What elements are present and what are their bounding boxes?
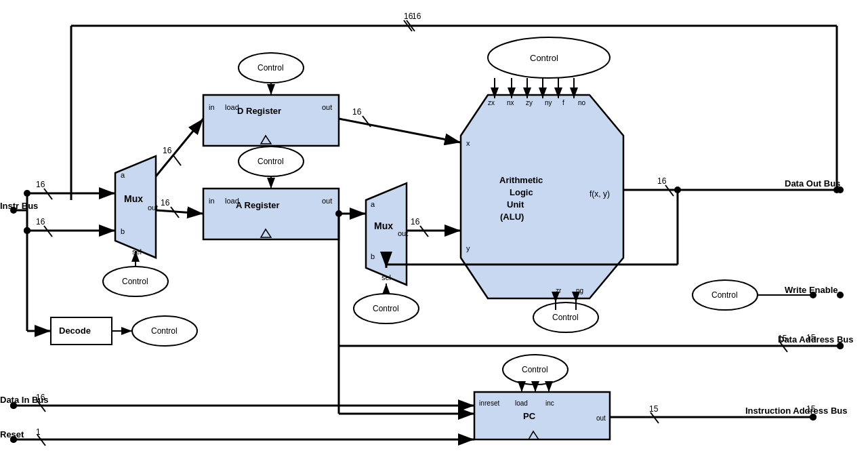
svg-text:16: 16 bbox=[404, 12, 413, 21]
svg-text:16: 16 bbox=[657, 176, 667, 186]
svg-text:16: 16 bbox=[163, 146, 172, 155]
svg-text:D Register: D Register bbox=[237, 106, 281, 116]
svg-text:a: a bbox=[121, 171, 125, 179]
svg-text:Data In Bus: Data In Bus bbox=[0, 395, 49, 405]
svg-text:Instr Bus: Instr Bus bbox=[0, 201, 38, 211]
svg-text:sel: sel bbox=[381, 273, 391, 281]
svg-text:f(x, y): f(x, y) bbox=[590, 189, 610, 199]
svg-text:load: load bbox=[225, 197, 239, 205]
svg-text:16: 16 bbox=[161, 198, 170, 208]
svg-text:Control: Control bbox=[257, 157, 284, 166]
svg-text:x: x bbox=[466, 139, 470, 147]
svg-line-91 bbox=[339, 119, 461, 142]
svg-text:15: 15 bbox=[806, 404, 816, 414]
svg-text:Control: Control bbox=[522, 365, 548, 374]
svg-text:in: in bbox=[209, 197, 215, 205]
svg-text:ny: ny bbox=[545, 99, 552, 106]
svg-text:Control: Control bbox=[711, 290, 738, 300]
svg-line-85 bbox=[156, 210, 203, 214]
svg-text:ng: ng bbox=[576, 287, 583, 294]
svg-text:zr: zr bbox=[556, 287, 562, 294]
svg-line-92 bbox=[363, 116, 371, 127]
svg-text:sel: sel bbox=[132, 248, 142, 256]
svg-text:reset: reset bbox=[484, 399, 499, 407]
svg-text:out: out bbox=[322, 103, 332, 111]
svg-text:Reset: Reset bbox=[0, 429, 24, 439]
svg-text:Control: Control bbox=[122, 277, 148, 286]
svg-text:1: 1 bbox=[36, 427, 41, 437]
svg-text:in: in bbox=[479, 399, 484, 407]
svg-text:16: 16 bbox=[36, 180, 45, 189]
svg-text:Logic: Logic bbox=[510, 187, 533, 197]
svg-text:Control: Control bbox=[373, 304, 399, 313]
svg-text:(ALU): (ALU) bbox=[500, 212, 524, 222]
svg-text:out: out bbox=[322, 197, 332, 205]
svg-text:out: out bbox=[596, 414, 606, 422]
svg-text:Control: Control bbox=[530, 53, 558, 63]
svg-text:Write Enable: Write Enable bbox=[785, 285, 838, 295]
svg-rect-8 bbox=[203, 95, 339, 146]
svg-text:b: b bbox=[371, 252, 375, 260]
svg-text:zx: zx bbox=[488, 99, 495, 106]
svg-text:y: y bbox=[466, 244, 470, 252]
architecture-diagram: Mux a out b sel D Register in out load A… bbox=[0, 0, 868, 470]
svg-text:zy: zy bbox=[526, 99, 533, 106]
svg-text:Data Out Bus: Data Out Bus bbox=[785, 178, 840, 189]
svg-text:a: a bbox=[371, 200, 375, 208]
svg-text:nx: nx bbox=[507, 99, 514, 106]
svg-text:15: 15 bbox=[649, 404, 659, 414]
svg-text:f: f bbox=[562, 99, 564, 106]
svg-text:in: in bbox=[209, 103, 215, 111]
svg-line-83 bbox=[173, 155, 181, 165]
svg-text:15: 15 bbox=[806, 333, 816, 342]
svg-rect-14 bbox=[203, 189, 339, 239]
svg-text:Data Address Bus: Data Address Bus bbox=[778, 334, 854, 345]
svg-text:Control: Control bbox=[151, 326, 178, 336]
svg-text:load: load bbox=[225, 103, 239, 111]
svg-text:no: no bbox=[578, 99, 586, 106]
svg-text:Mux: Mux bbox=[374, 220, 393, 231]
svg-text:16: 16 bbox=[411, 217, 420, 227]
svg-text:Unit: Unit bbox=[507, 199, 524, 210]
svg-text:load: load bbox=[515, 399, 528, 407]
svg-text:Instruction Address Bus: Instruction Address Bus bbox=[745, 406, 847, 416]
svg-text:Control: Control bbox=[257, 63, 284, 73]
svg-text:A Register: A Register bbox=[236, 200, 280, 210]
svg-text:Arithmetic: Arithmetic bbox=[499, 175, 543, 185]
svg-text:inc: inc bbox=[545, 399, 554, 407]
svg-text:16: 16 bbox=[352, 107, 362, 117]
svg-text:Decode: Decode bbox=[59, 326, 91, 336]
svg-text:Control: Control bbox=[552, 313, 579, 322]
svg-text:b: b bbox=[121, 227, 125, 235]
svg-text:16: 16 bbox=[36, 217, 45, 227]
svg-text:Mux: Mux bbox=[124, 193, 143, 204]
svg-text:PC: PC bbox=[523, 411, 536, 421]
svg-text:16: 16 bbox=[412, 12, 421, 21]
